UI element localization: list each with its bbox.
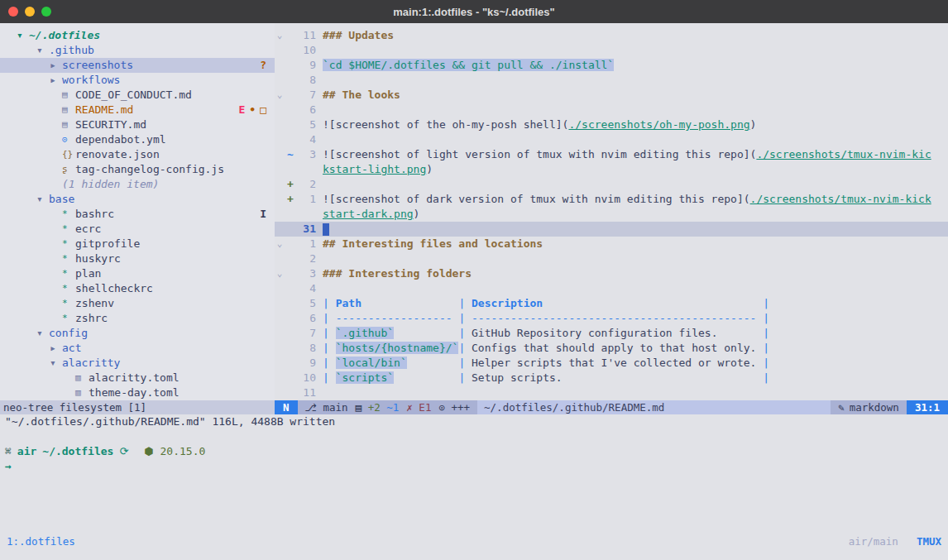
line-number: 9 xyxy=(296,356,316,371)
shell-file-icon: * xyxy=(62,222,75,237)
tree-item-shellcheckrc[interactable]: *shellcheckrc xyxy=(0,281,275,296)
tmux-window-label[interactable]: 1:.dotfiles xyxy=(7,534,75,549)
fold-icon[interactable]: ⌄ xyxy=(275,28,285,43)
tree-item-theme-day-toml[interactable]: ▥theme-day.toml xyxy=(0,385,275,400)
tree-item-zshrc[interactable]: *zshrc xyxy=(0,311,275,326)
expander-icon[interactable]: ▸ xyxy=(50,58,62,73)
tree-item-alacritty[interactable]: ▾alacritty xyxy=(0,356,275,371)
tree-item-dotfiles[interactable]: ▾~/.dotfiles xyxy=(0,28,275,43)
editor-pane[interactable]: ⌄ 11### Updates 10 9`cd $HOME/.dotfiles … xyxy=(275,23,948,414)
fold-icon[interactable]: ⌄ xyxy=(275,88,285,103)
diagnostics-error-icon: ✗ xyxy=(406,401,413,414)
tree-item-tag-changelog-config-js[interactable]: ʂtag-changelog-config.js xyxy=(0,162,275,177)
editor-line[interactable]: 7| `.github` | GitHub Repository configu… xyxy=(275,326,948,341)
tree-item-label: README.md xyxy=(75,103,133,117)
editor-line[interactable]: 5![screenshot of the oh-my-posh shell](.… xyxy=(275,117,948,132)
editor-line[interactable]: ⌄ 7## The looks xyxy=(275,88,948,103)
tree-item-config[interactable]: ▾config xyxy=(0,326,275,341)
tree-item-act[interactable]: ▸act xyxy=(0,341,275,356)
close-button[interactable] xyxy=(8,7,18,17)
expander-icon[interactable]: ▾ xyxy=(50,356,62,371)
line-text: ### Interesting folders xyxy=(316,266,948,281)
expander-icon[interactable]: ▾ xyxy=(36,192,49,207)
line-number: 5 xyxy=(296,117,316,132)
tree-item-label: (1 hidden item) xyxy=(62,177,159,192)
line-number: 6 xyxy=(296,311,316,326)
line-number xyxy=(296,162,316,177)
editor-line[interactable]: 10| `scripts` | Setup scripts. | xyxy=(275,371,948,385)
zoom-button[interactable] xyxy=(41,7,51,17)
tree-item-workflows[interactable]: ▸workflows xyxy=(0,73,275,88)
tree-item-label: zshrc xyxy=(75,311,108,326)
editor-line[interactable]: 5| Path | Description | xyxy=(275,296,948,311)
tree-item-screenshots[interactable]: ▸screenshots? xyxy=(0,58,275,73)
status-extra-markers: +++ xyxy=(451,401,470,414)
tree-item-alacritty-toml[interactable]: ▥alacritty.toml xyxy=(0,371,275,385)
tree-item-huskyrc[interactable]: *huskyrc xyxy=(0,251,275,266)
line-number: 8 xyxy=(296,73,316,88)
editor-line[interactable]: ~ 3![screenshot of light version of tmux… xyxy=(275,147,948,162)
shell-file-icon: * xyxy=(62,251,75,266)
tree-item-code-of-conduct-md[interactable]: ▤CODE_OF_CONDUCT.md xyxy=(0,88,275,103)
editor-line[interactable]: 11 xyxy=(275,385,948,400)
editor-line[interactable]: ⌄ 1## Interesting files and locations xyxy=(275,237,948,251)
line-text: start-dark.png) xyxy=(316,207,948,222)
tree-item-github[interactable]: ▾.github xyxy=(0,43,275,58)
line-number: 4 xyxy=(296,132,316,147)
node-version-segment: ⬢ 20.15.0 xyxy=(144,444,205,459)
editor-line[interactable]: ⌄ 11### Updates xyxy=(275,28,948,43)
tree-item-gitprofile[interactable]: *gitprofile xyxy=(0,237,275,251)
editor-line[interactable]: 9`cd $HOME/.dotfiles && git pull && ./in… xyxy=(275,58,948,73)
editor-line[interactable]: 8 xyxy=(275,73,948,88)
shell-file-icon: * xyxy=(62,296,75,311)
line-number: 6 xyxy=(296,103,316,117)
line-text xyxy=(316,222,948,237)
expander-icon[interactable]: ▸ xyxy=(50,341,62,356)
editor-line[interactable]: 4 xyxy=(275,132,948,147)
fold-icon[interactable]: ⌄ xyxy=(275,237,285,251)
tree-item-zshenv[interactable]: *zshenv xyxy=(0,296,275,311)
expander-icon[interactable]: ▸ xyxy=(50,73,62,88)
editor-line[interactable]: 31 xyxy=(275,222,948,237)
editor-line[interactable]: kstart-light.png) xyxy=(275,162,948,177)
line-text: ## Interesting files and locations xyxy=(316,237,948,251)
yaml-file-icon: ⊙ xyxy=(62,132,75,147)
editor-buffer[interactable]: ⌄ 11### Updates 10 9`cd $HOME/.dotfiles … xyxy=(275,23,948,400)
tree-item-renovate-json[interactable]: {}renovate.json xyxy=(0,147,275,162)
tree-item-readme-md[interactable]: ▤README.mdE•□ xyxy=(0,103,275,117)
cursor-mark: I xyxy=(260,207,266,222)
editor-line[interactable]: 8| `hosts/{hostname}/`| Configs that sho… xyxy=(275,341,948,356)
shell-pane[interactable]: ⌘ air ~/.dotfiles ⟳ ⬢ 20.15.0 → xyxy=(0,429,948,534)
tree-item-security-md[interactable]: ▤SECURITY.md xyxy=(0,117,275,132)
editor-line[interactable]: 2 xyxy=(275,251,948,266)
expander-icon[interactable]: ▾ xyxy=(36,43,49,58)
tree-item-plan[interactable]: *plan xyxy=(0,266,275,281)
editor-line[interactable]: 10 xyxy=(275,43,948,58)
statusline-info: ⎇ main ▤ +2 ~1 ✗ E1 ⊙ +++ xyxy=(298,400,478,414)
line-text xyxy=(316,73,948,88)
editor-line[interactable]: 9| `local/bin` | Helper scripts that I'v… xyxy=(275,356,948,371)
minimize-button[interactable] xyxy=(25,7,35,17)
fold-icon[interactable]: ⌄ xyxy=(275,266,285,281)
line-number: 5 xyxy=(296,296,316,311)
editor-line[interactable]: + 1![screenshot of dark version of tmux … xyxy=(275,192,948,207)
tree-item-base[interactable]: ▾base xyxy=(0,192,275,207)
line-text: ![screenshot of dark version of tmux wit… xyxy=(316,192,948,207)
editor-line[interactable]: 6| ------------------ | ----------------… xyxy=(275,311,948,326)
tree-item-1-hidden-item[interactable]: (1 hidden item) xyxy=(0,177,275,192)
expander-icon[interactable]: ▾ xyxy=(36,326,49,341)
editor-line[interactable]: 4 xyxy=(275,281,948,296)
git-unstaged-mark: □ xyxy=(260,103,266,117)
diff-changed: ~1 xyxy=(386,401,399,414)
expander-icon[interactable]: ▾ xyxy=(17,28,29,43)
tree-item-dependabot-yml[interactable]: ⊙dependabot.yml xyxy=(0,132,275,147)
editor-line[interactable]: start-dark.png) xyxy=(275,207,948,222)
filetype-indicator: ✎markdown xyxy=(831,400,907,414)
tree-item-ecrc[interactable]: *ecrc xyxy=(0,222,275,237)
line-number: 7 xyxy=(296,326,316,341)
editor-line[interactable]: 6 xyxy=(275,103,948,117)
editor-line[interactable]: ⌄ 3### Interesting folders xyxy=(275,266,948,281)
editor-line[interactable]: + 2 xyxy=(275,177,948,192)
line-text xyxy=(316,251,948,266)
tree-item-bashrc[interactable]: *bashrcI xyxy=(0,207,275,222)
